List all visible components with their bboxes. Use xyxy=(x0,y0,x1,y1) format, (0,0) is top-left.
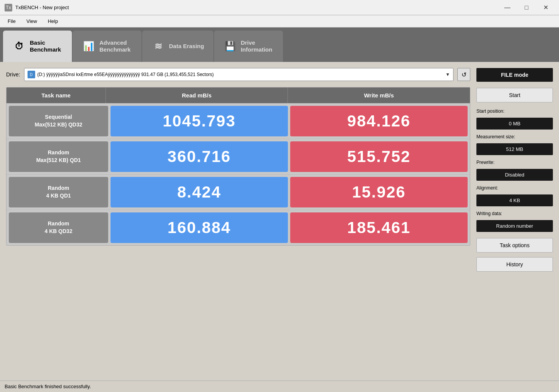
drive-selector-icon: D xyxy=(28,71,35,78)
right-panel: FILE mode Start Start position: 0 MB Mea… xyxy=(476,68,553,374)
table-row: RandomMax(512 KB) QD1 360.716 515.752 xyxy=(6,139,470,174)
row4-label: Random4 KB QD32 xyxy=(9,212,108,243)
menu-help[interactable]: Help xyxy=(43,17,63,26)
tab-advanced-label1: Advanced xyxy=(99,39,131,46)
start-position-value: 0 MB xyxy=(476,118,553,130)
table-row: SequentialMax(512 KB) QD32 1045.793 984.… xyxy=(6,103,470,139)
chevron-down-icon: ▼ xyxy=(445,72,450,77)
title-bar-left: Tx TxBENCH - New project xyxy=(5,4,69,11)
tab-advanced-label2: Benchmark xyxy=(99,46,131,53)
alignment-label: Alignment: xyxy=(476,185,553,191)
prewrite-value: Disabled xyxy=(476,169,553,181)
app-icon: Tx xyxy=(5,4,12,11)
basic-benchmark-icon: ⏱ xyxy=(12,39,26,53)
col-read-mbs: Read mB/s xyxy=(106,87,288,103)
writing-data-value: Random number xyxy=(476,220,553,232)
task-options-button[interactable]: Task options xyxy=(476,238,553,253)
title-bar: Tx TxBENCH - New project — □ ✕ xyxy=(0,0,559,15)
prewrite-label: Prewrite: xyxy=(476,160,553,165)
close-button[interactable]: ✕ xyxy=(537,2,554,13)
row3-label: Random4 KB QD1 xyxy=(9,177,108,207)
left-panel: Drive: D (D:) ÿÿÿÿÿÿaSDnsi kxErtme e55EA… xyxy=(6,68,470,374)
drive-text: (D:) ÿÿÿÿÿÿaSDnsi kxErtme e55EAÿÿÿÿÿÿÿÿÿ… xyxy=(37,72,446,77)
measurement-size-label: Measurement size: xyxy=(476,134,553,139)
start-button[interactable]: Start xyxy=(476,88,553,102)
advanced-benchmark-icon: 📊 xyxy=(82,39,96,53)
app-title: TxBENCH - New project xyxy=(15,5,69,10)
file-mode-button[interactable]: FILE mode xyxy=(476,68,553,82)
tab-drive-label2: Information xyxy=(241,46,273,53)
main-content: Drive: D (D:) ÿÿÿÿÿÿaSDnsi kxErtme e55EA… xyxy=(0,62,559,381)
row4-write: 185.461 xyxy=(290,212,468,243)
drive-refresh-button[interactable]: ↺ xyxy=(457,68,470,81)
row1-write: 984.126 xyxy=(290,106,468,136)
row2-read: 360.716 xyxy=(110,141,288,172)
drive-label: Drive: xyxy=(6,71,20,78)
drive-selector[interactable]: D (D:) ÿÿÿÿÿÿaSDnsi kxErtme e55EAÿÿÿÿÿÿÿ… xyxy=(24,68,453,81)
row1-label: SequentialMax(512 KB) QD32 xyxy=(9,106,108,136)
history-button[interactable]: History xyxy=(476,257,553,272)
status-bar: Basic Benchmark finished successfully. xyxy=(0,381,559,392)
tab-basic-benchmark[interactable]: ⏱ Basic Benchmark xyxy=(3,31,72,62)
table-header: Task name Read mB/s Write mB/s xyxy=(6,87,470,103)
tab-basic-label2: Benchmark xyxy=(30,46,61,53)
results-table: Task name Read mB/s Write mB/s Sequentia… xyxy=(6,87,470,246)
minimize-button[interactable]: — xyxy=(499,2,516,13)
tab-drive-information[interactable]: 💾 Drive Information xyxy=(214,31,283,62)
alignment-value: 4 KB xyxy=(476,194,553,206)
menu-bar: File View Help xyxy=(0,15,559,28)
row3-read: 8.424 xyxy=(110,177,288,207)
writing-data-label: Writing data: xyxy=(476,211,553,216)
drive-information-icon: 💾 xyxy=(223,39,237,53)
data-erasing-icon: ≋ xyxy=(151,39,165,53)
start-position-label: Start position: xyxy=(476,109,553,114)
row2-label: RandomMax(512 KB) QD1 xyxy=(9,141,108,172)
drive-row: Drive: D (D:) ÿÿÿÿÿÿaSDnsi kxErtme e55EA… xyxy=(6,68,470,81)
tab-advanced-benchmark[interactable]: 📊 Advanced Benchmark xyxy=(73,31,141,62)
col-write-mbs: Write mB/s xyxy=(288,87,470,103)
row2-write: 515.752 xyxy=(290,141,468,172)
row3-write: 15.926 xyxy=(290,177,468,207)
refresh-icon: ↺ xyxy=(461,71,466,78)
tab-data-erasing[interactable]: ≋ Data Erasing xyxy=(142,31,213,62)
tab-basic-label1: Basic xyxy=(30,39,61,46)
tab-bar: ⏱ Basic Benchmark 📊 Advanced Benchmark ≋… xyxy=(0,28,559,62)
measurement-size-value: 512 MB xyxy=(476,143,553,155)
menu-file[interactable]: File xyxy=(3,17,20,26)
row1-read: 1045.793 xyxy=(110,106,288,136)
tab-erasing-label1: Data Erasing xyxy=(169,43,204,50)
table-row: Random4 KB QD1 8.424 15.926 xyxy=(6,174,470,210)
table-row: Random4 KB QD32 160.884 185.461 xyxy=(6,210,470,245)
title-bar-controls: — □ ✕ xyxy=(499,2,554,13)
menu-view[interactable]: View xyxy=(22,17,42,26)
col-task-name: Task name xyxy=(6,87,106,103)
maximize-button[interactable]: □ xyxy=(518,2,535,13)
status-text: Basic Benchmark finished successfully. xyxy=(5,384,91,389)
tab-drive-label1: Drive xyxy=(241,39,273,46)
row4-read: 160.884 xyxy=(110,212,288,243)
